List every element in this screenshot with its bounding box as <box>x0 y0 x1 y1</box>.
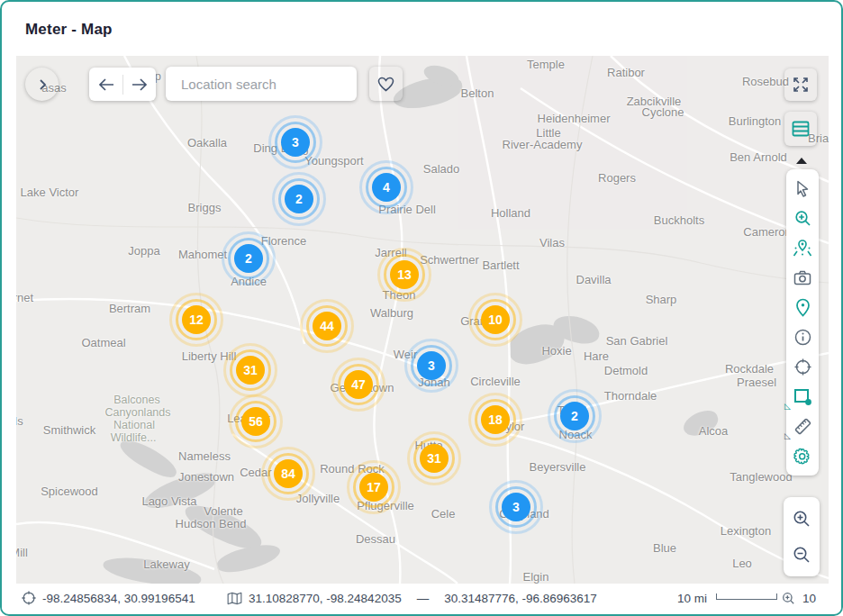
cluster-count: 31 <box>236 356 265 385</box>
cluster-marker[interactable]: 56 <box>228 394 284 449</box>
pointer-select-tool[interactable] <box>791 177 814 200</box>
cluster-marker[interactable]: 18 <box>467 392 523 448</box>
zoom-box-tool[interactable] <box>791 207 814 230</box>
map-place-label: Detmold <box>604 364 648 377</box>
map-place-label: Hoxie <box>541 344 571 358</box>
map-place-label: Cele <box>431 507 456 521</box>
cluster-marker[interactable]: 44 <box>299 298 355 354</box>
map-place-label: Hudson Bend <box>176 517 247 530</box>
zoom-out-icon <box>793 546 811 564</box>
extent-start-value: 31.10828770, -98.24842035 <box>249 592 402 605</box>
map-place-label: Alcoa <box>699 424 729 438</box>
location-pin-icon <box>795 298 811 317</box>
location-search-input[interactable] <box>179 76 345 93</box>
favorites-button[interactable] <box>369 67 403 101</box>
cluster-marker[interactable]: 13 <box>376 247 432 303</box>
map-place-label: Rockdale <box>725 362 774 376</box>
cluster-marker[interactable]: 3 <box>488 479 544 535</box>
map-tools-panel: ◺ ◺ <box>786 169 819 476</box>
map-place-label: River-Academy <box>503 138 583 151</box>
rectangle-draw-tool[interactable]: ◺ <box>791 385 814 408</box>
map-place-label: Vilas <box>539 236 565 249</box>
table-view-button[interactable] <box>784 112 817 146</box>
screenshot-tool[interactable] <box>791 267 814 289</box>
drop-pin-tool[interactable] <box>791 296 814 319</box>
info-icon <box>794 329 811 346</box>
street-view-icon <box>793 239 812 258</box>
cluster-count: 3 <box>417 351 446 380</box>
zoom-out-button[interactable] <box>784 537 820 573</box>
map-place-label: Elgin <box>523 570 549 584</box>
map-place-label: Oakalla <box>187 136 227 149</box>
cluster-marker[interactable]: 31 <box>406 430 462 486</box>
map-place-label: Joppa <box>128 244 159 258</box>
map-place-label: s Mill <box>16 546 28 559</box>
locate-tool[interactable] <box>791 356 814 378</box>
map-place-label: Bartlett <box>482 258 519 272</box>
map-place-label: Oatmeal <box>81 336 125 349</box>
map-place-label: Bertram <box>109 302 150 315</box>
info-tool[interactable] <box>791 326 814 349</box>
street-view-tool[interactable] <box>791 237 814 259</box>
zoom-in-button[interactable] <box>784 501 820 537</box>
map-place-label: Temple <box>527 58 565 71</box>
cluster-count: 56 <box>241 407 270 436</box>
cluster-count: 4 <box>372 173 401 202</box>
cluster-marker[interactable]: 31 <box>222 342 278 398</box>
map-canvas[interactable]: ◺ ◺ <box>16 56 829 584</box>
heart-icon <box>377 77 394 92</box>
cluster-marker[interactable]: 2 <box>547 388 603 444</box>
map-place-label: Mahomet <box>178 248 227 261</box>
cluster-marker[interactable]: 12 <box>168 292 224 348</box>
cluster-count: 2 <box>234 244 263 273</box>
expand-panel-button[interactable] <box>25 68 59 101</box>
arrow-left-icon <box>97 77 115 92</box>
map-history-nav <box>89 68 156 101</box>
forward-button[interactable] <box>123 68 156 101</box>
map-place-label: Briggs <box>188 201 222 214</box>
cluster-marker[interactable]: 2 <box>221 231 276 286</box>
cluster-count: 10 <box>481 305 510 334</box>
table-rows-icon <box>792 121 810 137</box>
cluster-marker[interactable]: 3 <box>403 338 459 394</box>
fullscreen-button[interactable] <box>784 68 817 101</box>
settings-tool[interactable] <box>791 445 814 467</box>
cluster-marker[interactable]: 10 <box>467 292 523 348</box>
cluster-marker[interactable]: 2 <box>271 171 327 227</box>
map-place-label: Tanglewood <box>730 470 792 484</box>
map-place-label: Ben Arnold <box>730 150 787 164</box>
cluster-marker[interactable]: 3 <box>267 114 323 170</box>
zoom-controls <box>784 497 820 576</box>
extent-end-value: 30.31487776, -96.86963617 <box>444 592 597 605</box>
measure-tool[interactable]: ◺ <box>791 415 814 438</box>
cluster-marker[interactable]: 84 <box>260 446 316 502</box>
cluster-marker[interactable]: 47 <box>331 357 386 412</box>
back-button[interactable] <box>90 68 122 101</box>
arrow-right-icon <box>131 77 149 92</box>
map-place-label: Spicewood <box>41 485 98 498</box>
cluster-count: 2 <box>285 185 313 213</box>
map-place-label: Jonestown <box>178 470 234 484</box>
cluster-marker[interactable]: 17 <box>346 459 402 515</box>
cluster-count: 12 <box>182 305 211 334</box>
map-place-label: Wildlife... <box>111 431 157 444</box>
crosshair-icon <box>794 358 811 376</box>
map-place-label: National <box>113 419 155 431</box>
cursor-arrow-icon <box>794 180 811 197</box>
zoom-level-icon <box>782 592 795 605</box>
map-place-label: Smithwick <box>43 423 96 437</box>
camera-icon <box>793 270 811 285</box>
map-place-label: Heidenheimer <box>538 112 611 125</box>
tool-variant-badge: ◺ <box>784 403 791 411</box>
map-place-label: Buckholts <box>654 213 704 227</box>
map-place-label: Lake Victor <box>21 186 79 199</box>
cluster-marker[interactable]: 4 <box>358 159 414 215</box>
map-place-label: Cyclone <box>642 105 684 119</box>
collapse-tools-arrow[interactable] <box>796 158 807 164</box>
map-place-label: Praesel <box>737 376 776 389</box>
map-place-label: Burnet <box>16 291 33 304</box>
map-place-label: Leo <box>732 557 752 570</box>
cluster-count: 3 <box>502 493 530 521</box>
map-icon <box>227 592 242 605</box>
meter-map-card: Meter - Map <box>0 0 843 616</box>
